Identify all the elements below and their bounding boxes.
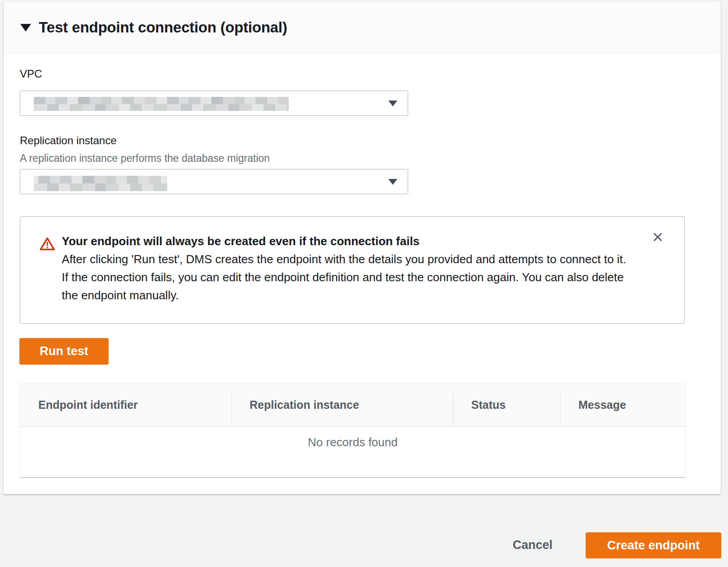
warning-alert: Your endpoint will always be created eve… — [20, 216, 685, 324]
chevron-down-icon — [20, 24, 31, 32]
replication-instance-select[interactable] — [20, 169, 408, 194]
close-icon[interactable] — [649, 229, 666, 247]
panel-expander-header[interactable]: Test endpoint connection (optional) — [4, 2, 721, 53]
create-endpoint-button[interactable]: Create endpoint — [586, 532, 721, 558]
panel-title: Test endpoint connection (optional) — [39, 19, 287, 36]
column-header-replication-instance: Replication instance — [232, 384, 453, 426]
table-header-row: Endpoint identifier Replication instance… — [20, 384, 685, 427]
column-header-status: Status — [453, 384, 560, 426]
alert-title: Your endpoint will always be created eve… — [62, 232, 630, 250]
replication-instance-label: Replication instance — [20, 134, 117, 147]
alert-body: After clicking 'Run test', DMS creates t… — [62, 250, 630, 304]
page: Test endpoint connection (optional) VPC … — [0, 0, 728, 567]
replication-instance-redacted-value — [34, 176, 167, 191]
replication-instance-description: A replication instance performs the data… — [20, 152, 270, 165]
warning-triangle-icon — [39, 237, 55, 253]
alert-text-block: Your endpoint will always be created eve… — [62, 232, 630, 304]
vpc-select[interactable] — [20, 91, 408, 116]
table-empty-message: No records found — [20, 427, 685, 449]
dropdown-caret-icon — [388, 179, 397, 185]
test-results-table: Endpoint identifier Replication instance… — [20, 384, 686, 477]
run-test-button[interactable]: Run test — [19, 338, 109, 365]
dropdown-caret-icon — [388, 101, 397, 106]
vpc-redacted-value — [34, 97, 289, 111]
cancel-button[interactable]: Cancel — [508, 537, 557, 553]
column-header-endpoint-identifier: Endpoint identifier — [20, 384, 232, 426]
column-header-message: Message — [560, 384, 685, 426]
vpc-label: VPC — [20, 68, 42, 80]
